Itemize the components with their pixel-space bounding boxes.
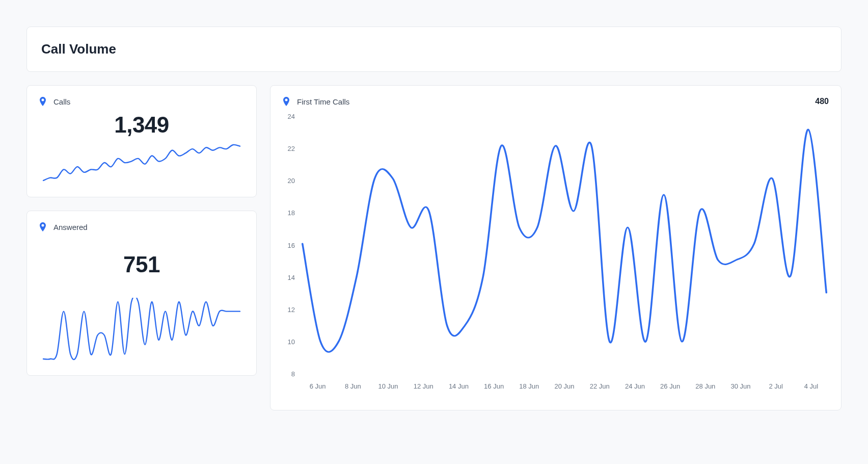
answered-card: Answered 751 bbox=[26, 211, 257, 376]
chart-total: 480 bbox=[815, 97, 829, 106]
x-tick: 10 Jun bbox=[370, 382, 405, 396]
pin-icon bbox=[39, 222, 46, 231]
y-tick: 18 bbox=[283, 210, 295, 216]
y-tick: 20 bbox=[283, 177, 295, 184]
x-tick: 6 Jun bbox=[300, 382, 335, 396]
chart-title: First Time Calls bbox=[297, 97, 349, 106]
x-tick: 26 Jun bbox=[653, 382, 688, 396]
answered-sparkline bbox=[39, 298, 244, 363]
first-time-calls-card: First Time Calls 480 24222018161412108 6… bbox=[270, 85, 842, 410]
pin-icon bbox=[39, 97, 46, 106]
y-tick: 8 bbox=[283, 371, 295, 377]
x-tick: 18 Jun bbox=[511, 382, 547, 396]
x-tick: 30 Jun bbox=[723, 382, 758, 396]
x-tick: 22 Jun bbox=[582, 382, 617, 396]
x-tick: 14 Jun bbox=[441, 382, 476, 396]
pin-icon bbox=[283, 97, 290, 106]
page-header: Call Volume bbox=[26, 27, 842, 72]
y-tick: 22 bbox=[283, 145, 295, 152]
x-tick: 8 Jun bbox=[335, 382, 370, 396]
y-tick: 14 bbox=[283, 274, 295, 281]
calls-card: Calls 1,349 bbox=[26, 85, 257, 197]
answered-value: 751 bbox=[39, 252, 244, 277]
y-tick: 16 bbox=[283, 242, 295, 249]
chart-header: First Time Calls 480 bbox=[283, 97, 829, 106]
chart-plot: 6 Jun8 Jun10 Jun12 Jun14 Jun16 Jun18 Jun… bbox=[300, 110, 829, 396]
y-tick: 12 bbox=[283, 306, 295, 313]
x-tick: 28 Jun bbox=[688, 382, 723, 396]
y-tick: 24 bbox=[283, 113, 295, 120]
x-tick: 20 Jun bbox=[547, 382, 582, 396]
x-tick: 4 Jul bbox=[794, 382, 829, 396]
stats-column: Calls 1,349 Answered 751 bbox=[26, 85, 257, 376]
page-title: Call Volume bbox=[41, 41, 827, 57]
x-tick: 16 Jun bbox=[476, 382, 511, 396]
x-tick: 2 Jul bbox=[758, 382, 794, 396]
chart-area: 24222018161412108 6 Jun8 Jun10 Jun12 Jun… bbox=[283, 110, 829, 396]
y-tick: 10 bbox=[283, 339, 295, 345]
answered-label: Answered bbox=[53, 223, 88, 231]
calls-label: Calls bbox=[53, 97, 70, 106]
calls-sparkline bbox=[39, 141, 244, 185]
calls-card-header: Calls bbox=[39, 97, 244, 106]
x-tick: 24 Jun bbox=[617, 382, 653, 396]
x-tick: 12 Jun bbox=[406, 382, 441, 396]
dashboard-grid: Calls 1,349 Answered 751 bbox=[26, 85, 842, 410]
calls-value: 1,349 bbox=[39, 112, 244, 138]
y-axis: 24222018161412108 bbox=[283, 110, 300, 396]
answered-card-header: Answered bbox=[39, 222, 244, 231]
x-axis: 6 Jun8 Jun10 Jun12 Jun14 Jun16 Jun18 Jun… bbox=[300, 377, 829, 396]
